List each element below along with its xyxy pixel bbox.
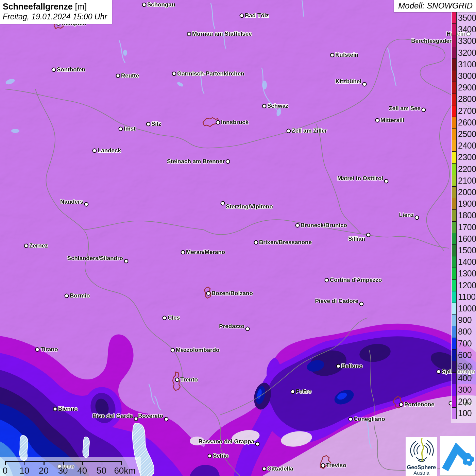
colorbar-block xyxy=(452,117,457,129)
colorbar-value: 1300 xyxy=(458,268,476,279)
scalebar-tick xyxy=(82,461,83,465)
colorbar-block xyxy=(452,198,457,210)
colorbar-block xyxy=(452,105,457,117)
colorbar-block xyxy=(452,23,457,35)
colorbar-block xyxy=(452,151,457,163)
colorbar-value: 2600 xyxy=(458,117,476,128)
colorbar-value: 100 xyxy=(458,407,476,419)
colorbar-block xyxy=(452,244,457,256)
colorbar-value: 1700 xyxy=(458,221,476,233)
lake-idro xyxy=(83,437,89,458)
colorbar-value: 3300 xyxy=(458,35,476,47)
geosphere-logo-text: GeoSphere xyxy=(406,464,437,470)
scalebar-label: 60km xyxy=(114,465,136,476)
colorbar-block xyxy=(452,58,457,70)
page-title: Schneefallgrenze [m] xyxy=(3,2,107,12)
geosphere-logo-subtext: Austria xyxy=(406,470,437,476)
colorbar-value: 3000 xyxy=(458,70,476,82)
scalebar-tick xyxy=(5,461,6,465)
colorbar-block xyxy=(452,279,457,291)
colorbar-value: 2700 xyxy=(458,105,476,117)
colorbar-value: 1600 xyxy=(458,233,476,244)
mountain-cloud-logo-icon xyxy=(440,436,475,475)
scalebar-label: 10 xyxy=(19,465,29,476)
colorbar-value: 2900 xyxy=(458,82,476,93)
scalebar-tick xyxy=(44,461,45,465)
colorbar-block xyxy=(452,47,457,59)
colorbar-block xyxy=(452,12,457,24)
scalebar-label: 0 xyxy=(3,465,7,476)
colorbar-value: 3400 xyxy=(458,23,476,35)
mountain-cloud-logo xyxy=(440,436,475,476)
colorbar-block xyxy=(452,140,457,152)
colorbar-block xyxy=(452,163,457,175)
colorbar-value: 1800 xyxy=(458,209,476,221)
scalebar-tick xyxy=(121,461,122,465)
colorbar-value: 600 xyxy=(458,349,476,361)
colorbar-value: 2100 xyxy=(458,175,476,186)
model-label: Modell: SNOWGRID xyxy=(394,0,476,12)
colorbar-block xyxy=(452,268,457,279)
colorbar-value: 2400 xyxy=(458,140,476,151)
colorbar-value: 300 xyxy=(458,384,476,395)
colorbar-value: 900 xyxy=(458,314,476,326)
scalebar-label: 20 xyxy=(39,465,49,476)
colorbar-block xyxy=(452,70,457,82)
colorbar-block xyxy=(452,35,457,47)
scalebar-tick xyxy=(102,461,103,465)
title-box: Schneefallgrenze [m] Freitag, 19.01.2024… xyxy=(0,0,112,24)
colorbar-block xyxy=(452,221,457,233)
colorbar-block xyxy=(452,233,457,245)
colorbar-value: 1000 xyxy=(458,303,476,314)
colorbar-block xyxy=(452,361,457,373)
colorbar-block xyxy=(452,291,457,303)
colorbar-value: 1400 xyxy=(458,256,476,268)
colorbar-value: 500 xyxy=(458,361,476,372)
colorbar-block xyxy=(452,82,457,94)
colorbar-block xyxy=(452,384,457,396)
colorbar-block xyxy=(452,303,457,314)
colorbar-block xyxy=(452,326,457,338)
colorbar-value: 1500 xyxy=(458,244,476,256)
scalebar-tick xyxy=(63,461,64,465)
colorbar-value: 2800 xyxy=(458,93,476,105)
colorbar-block xyxy=(452,256,457,268)
terrain-shading xyxy=(0,0,476,476)
lake-iseo xyxy=(19,436,28,461)
colorbar-block xyxy=(452,128,457,140)
colorbar-value: 400 xyxy=(458,372,476,384)
colorbar-block xyxy=(452,338,457,350)
colorbar-block xyxy=(452,407,457,419)
colorbar-block xyxy=(452,372,457,384)
scalebar-label: 50 xyxy=(97,465,106,476)
colorbar-block xyxy=(452,396,457,408)
title-datetime: Freitag, 19.01.2024 15:00 Uhr xyxy=(3,12,107,21)
scalebar-label: 30 xyxy=(58,465,68,476)
geosphere-logo: GeoSphere Austria xyxy=(406,437,437,476)
colorbar-block xyxy=(452,175,457,187)
scalebar-label: 40 xyxy=(77,465,87,476)
colorbar-value: 800 xyxy=(458,326,476,337)
colorbar-block xyxy=(452,349,457,361)
colorbar-value: 2000 xyxy=(458,186,476,198)
colorbar-value: 2500 xyxy=(458,128,476,140)
colorbar-block xyxy=(452,93,457,105)
colorbar-value: 1100 xyxy=(458,291,476,303)
colorbar-value: 1900 xyxy=(458,198,476,209)
colorbar-value: 1200 xyxy=(458,279,476,291)
colorbar-value: 2300 xyxy=(458,151,476,163)
colorbar-value: 200 xyxy=(458,396,476,407)
map-canvas xyxy=(0,0,476,476)
colorbar-value: 3200 xyxy=(458,47,476,58)
colorbar-value: 700 xyxy=(458,338,476,349)
colorbar-block xyxy=(452,186,457,198)
geosphere-logo-icon xyxy=(406,437,437,463)
colorbar-value: 3100 xyxy=(458,58,476,70)
colorbar-value: 3500 xyxy=(458,12,476,23)
snowline-map-page: SchongauBad TölzKemptenMurnau am Staffel… xyxy=(0,0,476,476)
distance-scale-bar: 0102030405060km xyxy=(0,457,141,476)
colorbar-value: 2200 xyxy=(458,163,476,175)
scalebar-tick xyxy=(24,461,26,465)
colorbar-block xyxy=(452,314,457,326)
colorbar-block xyxy=(452,209,457,221)
